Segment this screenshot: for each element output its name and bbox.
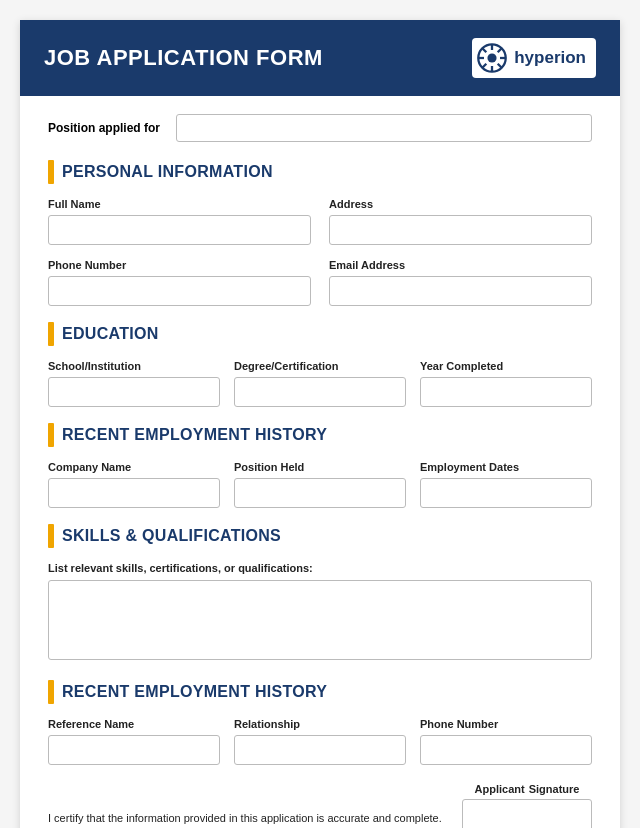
cert-text: I certify that the information provided … xyxy=(48,810,444,829)
dates-input[interactable] xyxy=(420,478,592,508)
logo-text: hyperion xyxy=(514,48,586,68)
references-header: RECENT EMPLOYMENT HISTORY xyxy=(48,680,592,704)
degree-label: Degree/Certification xyxy=(234,360,406,372)
position-held-group: Position Held xyxy=(234,461,406,508)
employment-title: RECENT EMPLOYMENT HISTORY xyxy=(62,426,327,444)
hyperion-icon xyxy=(476,42,508,74)
svg-point-1 xyxy=(488,53,497,62)
education-fields: School/Institution Degree/Certification … xyxy=(48,360,592,407)
references-bar xyxy=(48,680,54,704)
personal-header: PERSONAL INFORMATION xyxy=(48,160,592,184)
logo: hyperion xyxy=(472,38,596,78)
relationship-input[interactable] xyxy=(234,735,406,765)
skills-section: SKILLS & QUALIFICATIONS List relevant sk… xyxy=(48,524,592,664)
phone-label: Phone Number xyxy=(48,259,311,271)
company-label: Company Name xyxy=(48,461,220,473)
degree-input[interactable] xyxy=(234,377,406,407)
employment-header: RECENT EMPLOYMENT HISTORY xyxy=(48,423,592,447)
skills-list-label: List relevant skills, certifications, or… xyxy=(48,562,592,574)
address-input[interactable] xyxy=(329,215,592,245)
skills-title: SKILLS & QUALIFICATIONS xyxy=(62,527,281,545)
company-group: Company Name xyxy=(48,461,220,508)
email-input[interactable] xyxy=(329,276,592,306)
personal-phone-email: Phone Number Email Address xyxy=(48,259,592,306)
ref-phone-input[interactable] xyxy=(420,735,592,765)
education-section: EDUCATION School/Institution Degree/Cert… xyxy=(48,322,592,407)
degree-group: Degree/Certification xyxy=(234,360,406,407)
phone-group: Phone Number xyxy=(48,259,311,306)
sig-label-applicant: Applicant xyxy=(475,783,525,795)
sig-label-signature: Signature xyxy=(529,783,580,795)
employment-bar xyxy=(48,423,54,447)
personal-bar xyxy=(48,160,54,184)
signature-group: Applicant Signature xyxy=(462,783,592,828)
email-label: Email Address xyxy=(329,259,592,271)
year-label: Year Completed xyxy=(420,360,592,372)
references-fields: Reference Name Relationship Phone Number xyxy=(48,718,592,765)
position-held-label: Position Held xyxy=(234,461,406,473)
employment-section: RECENT EMPLOYMENT HISTORY Company Name P… xyxy=(48,423,592,508)
dates-group: Employment Dates xyxy=(420,461,592,508)
ref-name-input[interactable] xyxy=(48,735,220,765)
relationship-group: Relationship xyxy=(234,718,406,765)
svg-line-6 xyxy=(482,48,486,52)
full-name-input[interactable] xyxy=(48,215,311,245)
ref-name-group: Reference Name xyxy=(48,718,220,765)
ref-phone-group: Phone Number xyxy=(420,718,592,765)
signature-box[interactable] xyxy=(462,799,592,828)
address-group: Address xyxy=(329,198,592,245)
sig-label-row: Applicant Signature xyxy=(475,783,580,795)
full-name-label: Full Name xyxy=(48,198,311,210)
full-name-group: Full Name xyxy=(48,198,311,245)
skills-textarea[interactable] xyxy=(48,580,592,660)
education-title: EDUCATION xyxy=(62,325,159,343)
school-group: School/Institution xyxy=(48,360,220,407)
phone-input[interactable] xyxy=(48,276,311,306)
company-input[interactable] xyxy=(48,478,220,508)
references-title: RECENT EMPLOYMENT HISTORY xyxy=(62,683,327,701)
certification-row: I certify that the information provided … xyxy=(48,783,592,828)
ref-name-label: Reference Name xyxy=(48,718,220,730)
position-held-input[interactable] xyxy=(234,478,406,508)
logo-container: hyperion xyxy=(472,38,596,78)
svg-line-8 xyxy=(498,48,502,52)
position-input[interactable] xyxy=(176,114,592,142)
relationship-label: Relationship xyxy=(234,718,406,730)
form-content: Position applied for PERSONAL INFORMATIO… xyxy=(20,114,620,828)
position-label: Position applied for xyxy=(48,121,160,135)
school-input[interactable] xyxy=(48,377,220,407)
employment-fields: Company Name Position Held Employment Da… xyxy=(48,461,592,508)
page: JOB APPLICATION FORM hyperion xyxy=(20,20,620,828)
year-input[interactable] xyxy=(420,377,592,407)
email-group: Email Address xyxy=(329,259,592,306)
skills-bar xyxy=(48,524,54,548)
personal-title: PERSONAL INFORMATION xyxy=(62,163,273,181)
position-row: Position applied for xyxy=(48,114,592,142)
ref-phone-label: Phone Number xyxy=(420,718,592,730)
skills-header: SKILLS & QUALIFICATIONS xyxy=(48,524,592,548)
personal-section: PERSONAL INFORMATION Full Name Address P… xyxy=(48,160,592,306)
svg-line-9 xyxy=(482,64,486,68)
year-group: Year Completed xyxy=(420,360,592,407)
header: JOB APPLICATION FORM hyperion xyxy=(20,20,620,96)
education-header: EDUCATION xyxy=(48,322,592,346)
education-bar xyxy=(48,322,54,346)
school-label: School/Institution xyxy=(48,360,220,372)
address-label: Address xyxy=(329,198,592,210)
svg-line-7 xyxy=(498,64,502,68)
personal-name-address: Full Name Address xyxy=(48,198,592,245)
references-section: RECENT EMPLOYMENT HISTORY Reference Name… xyxy=(48,680,592,765)
dates-label: Employment Dates xyxy=(420,461,592,473)
form-title: JOB APPLICATION FORM xyxy=(44,45,323,71)
